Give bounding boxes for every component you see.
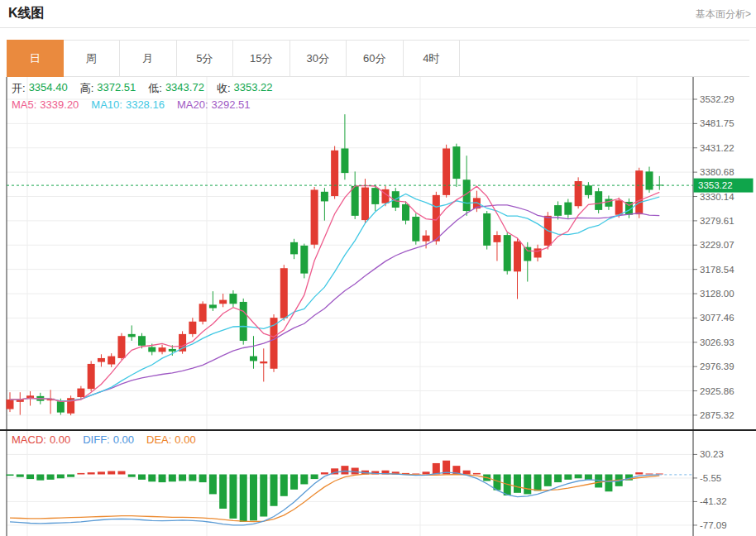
svg-text:3279.61: 3279.61 [700, 216, 734, 226]
svg-text:3431.22: 3431.22 [700, 143, 734, 153]
svg-text:3026.93: 3026.93 [700, 337, 734, 347]
candles-group [7, 114, 663, 415]
svg-text:2976.39: 2976.39 [700, 361, 734, 371]
header-divider [0, 27, 756, 28]
period-tab[interactable]: 30分 [290, 40, 347, 77]
high-value: 3372.51 [97, 81, 136, 96]
svg-text:3077.46: 3077.46 [700, 313, 734, 323]
svg-text:3128.00: 3128.00 [700, 289, 734, 299]
period-tab[interactable]: 月 [120, 40, 177, 77]
svg-text:2925.86: 2925.86 [700, 386, 734, 396]
kline-widget: K线图 基本面分析> 日周月5分15分30分60分4时 开:3354.40 高:… [0, 0, 756, 536]
diff-value: 0.00 [113, 433, 134, 446]
macd-histogram [7, 461, 663, 522]
svg-text:3380.68: 3380.68 [700, 167, 734, 177]
macd-value: 0.00 [50, 433, 70, 446]
ma5-value: 3339.20 [40, 98, 79, 111]
fundamental-analysis-link[interactable]: 基本面分析> [696, 7, 751, 22]
close-label: 收: [217, 81, 231, 96]
ma5-label: MA5: [12, 98, 36, 111]
svg-text:3481.75: 3481.75 [700, 118, 734, 128]
high-label: 高: [80, 81, 94, 96]
candlestick-chart[interactable]: 3532.293481.753431.223380.683330.143279.… [0, 77, 756, 429]
ohlc-row: 开:3354.40 高:3372.51 低:3343.72 收:3353.22 [12, 81, 285, 96]
macd-label: MACD: [12, 433, 46, 446]
ma-row: MA5:3339.20 MA10:3328.16 MA20:3292.51 [12, 98, 263, 111]
ma20-label: MA20: [177, 98, 208, 111]
tabbar-filler [460, 40, 749, 77]
dea-line [10, 474, 659, 522]
svg-text:3330.14: 3330.14 [700, 192, 734, 202]
current-price-badge-text: 3353.22 [698, 180, 733, 190]
ma10-value: 3328.16 [126, 98, 165, 111]
svg-text:2875.32: 2875.32 [700, 410, 734, 420]
period-tab[interactable]: 15分 [233, 40, 290, 77]
svg-text:-77.09: -77.09 [700, 520, 727, 530]
ma20-value: 3292.51 [212, 98, 251, 111]
period-tab[interactable]: 60分 [347, 40, 404, 77]
period-tab[interactable]: 周 [64, 40, 121, 77]
svg-text:3532.29: 3532.29 [700, 94, 734, 104]
svg-text:30.23: 30.23 [700, 449, 724, 459]
close-value: 3353.22 [234, 81, 273, 96]
macd-header-row: MACD:0.00 DIFF:0.00 DEA:0.00 [12, 433, 208, 446]
dea-label: DEA: [146, 433, 171, 446]
svg-text:-5.55: -5.55 [700, 473, 721, 483]
svg-text:3178.54: 3178.54 [700, 265, 734, 275]
svg-text:-41.32: -41.32 [700, 496, 727, 506]
ma10-label: MA10: [91, 98, 122, 111]
low-value: 3343.72 [165, 81, 204, 96]
period-tab[interactable]: 日 [7, 40, 64, 77]
period-tab[interactable]: 5分 [177, 40, 234, 77]
open-label: 开: [12, 81, 26, 96]
period-tab[interactable]: 4时 [404, 40, 461, 77]
diff-label: DIFF: [83, 433, 110, 446]
open-value: 3354.40 [29, 81, 68, 96]
diff-line [10, 471, 659, 525]
ma10-line [10, 194, 659, 401]
svg-text:3229.07: 3229.07 [700, 240, 734, 250]
period-tabbar: 日周月5分15分30分60分4时 [7, 40, 749, 77]
page-title: K线图 [8, 5, 45, 22]
low-label: 低: [148, 81, 162, 96]
dea-value: 0.00 [175, 433, 195, 446]
